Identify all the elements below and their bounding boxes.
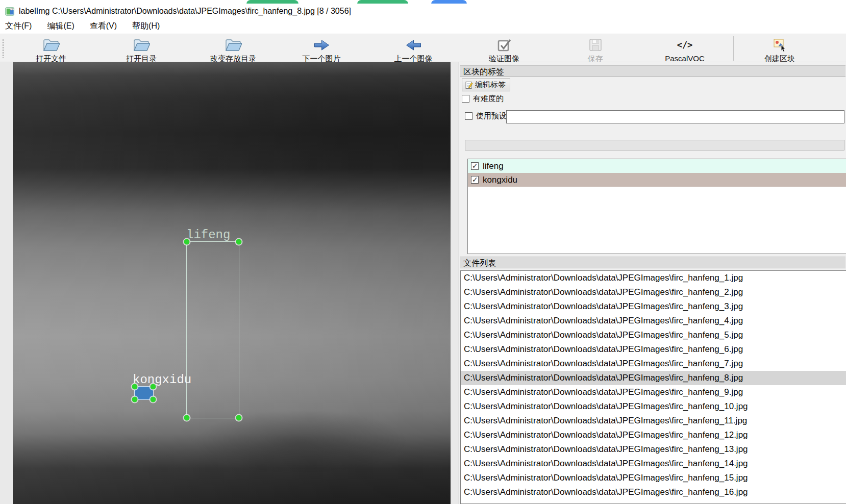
resize-handle[interactable]: [184, 415, 190, 421]
code-icon: </>: [665, 37, 705, 53]
file-list-item[interactable]: C:\Users\Administrator\Downloads\data\JP…: [461, 285, 846, 299]
file-path: C:\Users\Administrator\Downloads\data\JP…: [464, 401, 748, 411]
box-label-list[interactable]: lifeng kongxidu: [467, 159, 846, 254]
file-list-item[interactable]: C:\Users\Administrator\Downloads\data\JP…: [461, 457, 846, 471]
folder-open-icon: [210, 37, 256, 53]
file-path: C:\Users\Administrator\Downloads\data\JP…: [464, 330, 743, 340]
next-image-button[interactable]: 下一个图片: [300, 36, 344, 65]
window-title: labelImg C:\Users\Administrator\Download…: [19, 7, 351, 16]
box-label-name: kongxidu: [483, 175, 517, 185]
arrow-left-icon: [394, 37, 433, 53]
create-rect-box-button[interactable]: 创建区块: [761, 36, 798, 65]
arrow-right-icon: [303, 37, 341, 53]
label-combo-box[interactable]: [465, 140, 844, 150]
resize-handle[interactable]: [151, 384, 156, 390]
file-list-item[interactable]: C:\Users\Administrator\Downloads\data\JP…: [461, 399, 846, 414]
toolbar: 打开文件 打开目录 改变存放目录: [0, 34, 846, 62]
verify-check-icon: [489, 37, 519, 53]
annotation-label: kongxidu: [133, 373, 191, 387]
right-panel: 区块的标签 编辑标签 有难度的 使用预设标签 lifeng: [459, 62, 846, 504]
difficult-checkbox-label: 有难度的: [473, 94, 504, 104]
open-dir-button[interactable]: 打开目录: [123, 36, 160, 65]
file-path: C:\Users\Administrator\Downloads\data\JP…: [464, 287, 743, 297]
save-floppy-icon: [588, 37, 603, 53]
app-icon: [5, 7, 15, 16]
menu-bar: 文件(F) 编辑(E) 查看(V) 帮助(H): [0, 19, 846, 34]
resize-handle[interactable]: [151, 397, 156, 402]
file-path: C:\Users\Administrator\Downloads\data\JP…: [464, 316, 743, 325]
file-path: C:\Users\Administrator\Downloads\data\JP…: [464, 373, 743, 383]
default-label-input[interactable]: [506, 110, 844, 123]
annotation-box-lifeng[interactable]: [186, 241, 239, 418]
file-path: C:\Users\Administrator\Downloads\data\JP…: [464, 459, 748, 468]
file-list-item[interactable]: C:\Users\Administrator\Downloads\data\JP…: [461, 299, 846, 314]
file-list-header: 文件列表: [460, 257, 845, 268]
box-label-checkbox[interactable]: [471, 162, 479, 170]
file-list-item[interactable]: C:\Users\Administrator\Downloads\data\JP…: [461, 485, 846, 499]
menu-edit[interactable]: 编辑(E): [42, 19, 79, 33]
file-list-item[interactable]: C:\Users\Administrator\Downloads\data\JP…: [461, 385, 846, 399]
box-label-item[interactable]: kongxidu: [468, 173, 846, 187]
folder-open-icon: [126, 37, 157, 53]
file-list-item[interactable]: C:\Users\Administrator\Downloads\data\JP…: [461, 357, 846, 371]
verify-image-button[interactable]: 验证图像: [486, 36, 522, 65]
file-path: C:\Users\Administrator\Downloads\data\JP…: [464, 444, 748, 454]
file-list-item[interactable]: C:\Users\Administrator\Downloads\data\JP…: [461, 371, 846, 385]
file-list[interactable]: C:\Users\Administrator\Downloads\data\JP…: [460, 270, 846, 504]
save-button[interactable]: 保存: [585, 36, 606, 65]
file-list-item[interactable]: C:\Users\Administrator\Downloads\data\JP…: [461, 428, 846, 442]
box-label-checkbox[interactable]: [471, 176, 479, 184]
change-save-dir-button[interactable]: 改变存放目录: [207, 36, 259, 65]
format-pascalvoc-button[interactable]: </> PascalVOC: [662, 36, 708, 64]
file-path: C:\Users\Administrator\Downloads\data\JP…: [464, 344, 743, 354]
file-path: C:\Users\Administrator\Downloads\data\JP…: [464, 387, 743, 397]
file-list-item[interactable]: C:\Users\Administrator\Downloads\data\JP…: [461, 414, 846, 428]
file-path: C:\Users\Administrator\Downloads\data\JP…: [464, 473, 748, 483]
file-path: C:\Users\Administrator\Downloads\data\JP…: [464, 359, 743, 368]
difficult-checkbox[interactable]: [462, 95, 469, 103]
main-area: lifeng kongxidu 区块的标签: [0, 62, 846, 504]
difficult-checkbox-row[interactable]: 有难度的: [462, 94, 504, 104]
edit-label-button-text: 编辑标签: [475, 80, 506, 90]
annotation-label: lifeng: [186, 228, 230, 242]
resize-handle[interactable]: [184, 239, 190, 245]
file-list-item[interactable]: C:\Users\Administrator\Downloads\data\JP…: [461, 328, 846, 342]
resize-handle[interactable]: [236, 239, 242, 245]
box-label-name: lifeng: [483, 161, 504, 171]
menu-file[interactable]: 文件(F): [0, 19, 37, 33]
file-path: C:\Users\Administrator\Downloads\data\JP…: [464, 273, 743, 283]
resize-handle[interactable]: [236, 415, 242, 421]
menu-view[interactable]: 查看(V): [85, 19, 122, 33]
resize-handle[interactable]: [132, 397, 138, 402]
box-labels-header: 区块的标签: [460, 65, 845, 77]
menu-help[interactable]: 帮助(H): [127, 19, 165, 33]
use-default-label-checkbox[interactable]: [465, 112, 472, 120]
file-list-item[interactable]: C:\Users\Administrator\Downloads\data\JP…: [461, 271, 846, 285]
file-list-item[interactable]: C:\Users\Administrator\Downloads\data\JP…: [461, 342, 846, 357]
edit-pencil-icon: [465, 81, 473, 89]
toolbar-separator: [733, 36, 734, 61]
create-box-icon: [764, 37, 795, 53]
resize-handle[interactable]: [132, 384, 138, 390]
edit-label-button[interactable]: 编辑标签: [462, 79, 510, 91]
toolbar-button-label: PascalVOC: [665, 54, 705, 63]
file-list-item[interactable]: C:\Users\Administrator\Downloads\data\JP…: [461, 314, 846, 328]
labelimg-window: labelImg C:\Users\Administrator\Download…: [0, 0, 846, 504]
title-bar: labelImg C:\Users\Administrator\Download…: [0, 4, 846, 19]
file-list-item[interactable]: C:\Users\Administrator\Downloads\data\JP…: [461, 471, 846, 485]
file-path: C:\Users\Administrator\Downloads\data\JP…: [464, 487, 748, 497]
prev-image-button[interactable]: 上一个图像: [391, 36, 436, 65]
file-path: C:\Users\Administrator\Downloads\data\JP…: [464, 430, 748, 440]
toolbar-drag-handle[interactable]: [2, 39, 4, 58]
file-path: C:\Users\Administrator\Downloads\data\JP…: [464, 416, 747, 425]
file-path: C:\Users\Administrator\Downloads\data\JP…: [464, 301, 743, 311]
open-file-button[interactable]: 打开文件: [33, 36, 69, 65]
image-canvas[interactable]: lifeng kongxidu: [13, 62, 451, 504]
box-label-item[interactable]: lifeng: [468, 159, 846, 173]
annotation-box-kongxidu[interactable]: [134, 386, 154, 400]
folder-open-icon: [36, 37, 66, 53]
file-list-item[interactable]: C:\Users\Administrator\Downloads\data\JP…: [461, 442, 846, 457]
